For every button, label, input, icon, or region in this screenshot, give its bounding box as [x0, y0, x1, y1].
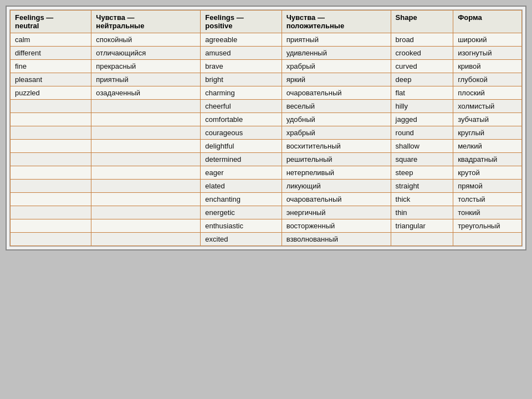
cell-chuvstva-positive: нетерпеливый: [282, 166, 391, 180]
cell-chuvstva-neutral: [91, 193, 201, 206]
cell-forma: плоский: [453, 86, 522, 100]
cell-shape: curved: [391, 60, 453, 73]
cell-feelings-positive: excited: [201, 233, 282, 246]
cell-chuvstva-neutral: [91, 113, 201, 126]
cell-chuvstva-neutral: приятный: [91, 73, 201, 86]
cell-chuvstva-positive: восторженный: [282, 219, 391, 233]
vocabulary-table: Feelings —neutral Чувства —нейтральные F…: [10, 10, 522, 246]
cell-forma: холмистый: [453, 100, 522, 113]
cell-chuvstva-neutral: [91, 100, 201, 113]
cell-chuvstva-neutral: [91, 206, 201, 219]
cell-feelings-neutral: [11, 180, 91, 193]
cell-forma: крутой: [453, 166, 522, 180]
cell-chuvstva-neutral: [91, 219, 201, 233]
header-forma: Форма: [453, 11, 522, 33]
cell-feelings-positive: courageous: [201, 126, 282, 140]
cell-forma: изогнутый: [453, 47, 522, 60]
cell-chuvstva-neutral: прекрасный: [91, 60, 201, 73]
table-row: excitedвзволнованный: [11, 233, 522, 246]
table-row: fineпрекрасныйbraveхрабрыйcurvedкривой: [11, 60, 522, 73]
cell-chuvstva-positive: взволнованный: [282, 233, 391, 246]
cell-chuvstva-neutral: спокойный: [91, 33, 201, 47]
cell-feelings-neutral: [11, 219, 91, 233]
cell-forma: треугольный: [453, 219, 522, 233]
table-row: comfortableудобныйjaggedзубчатый: [11, 113, 522, 126]
table-row: differentотличающийсяamusedудивленныйcro…: [11, 47, 522, 60]
table-row: pleasantприятныйbrightяркийdeepглубокой: [11, 73, 522, 86]
cell-forma: тонкий: [453, 206, 522, 219]
cell-feelings-neutral: [11, 233, 91, 246]
table-container[interactable]: Feelings —neutral Чувства —нейтральные F…: [9, 9, 523, 247]
cell-feelings-neutral: [11, 140, 91, 153]
cell-chuvstva-neutral: [91, 153, 201, 166]
cell-chuvstva-neutral: [91, 166, 201, 180]
cell-shape: broad: [391, 33, 453, 47]
cell-forma: квадратный: [453, 153, 522, 166]
cell-feelings-neutral: puzzled: [11, 86, 91, 100]
cell-feelings-positive: elated: [201, 180, 282, 193]
cell-feelings-positive: bright: [201, 73, 282, 86]
cell-feelings-positive: agreeable: [201, 33, 282, 47]
cell-feelings-neutral: [11, 153, 91, 166]
cell-feelings-positive: charming: [201, 86, 282, 100]
cell-chuvstva-neutral: [91, 233, 201, 246]
cell-chuvstva-positive: приятный: [282, 33, 391, 47]
cell-feelings-neutral: pleasant: [11, 73, 91, 86]
cell-feelings-neutral: different: [11, 47, 91, 60]
cell-chuvstva-positive: веселый: [282, 100, 391, 113]
cell-chuvstva-positive: очаровательный: [282, 193, 391, 206]
cell-forma: кривой: [453, 60, 522, 73]
cell-shape: thick: [391, 193, 453, 206]
cell-chuvstva-positive: яркий: [282, 73, 391, 86]
cell-shape: shallow: [391, 140, 453, 153]
cell-forma: толстый: [453, 193, 522, 206]
header-chuvstva-positive: Чувства —положительные: [282, 11, 391, 33]
cell-forma: зубчатый: [453, 113, 522, 126]
cell-forma: прямой: [453, 180, 522, 193]
cell-feelings-positive: enthusiastic: [201, 219, 282, 233]
cell-feelings-positive: amused: [201, 47, 282, 60]
cell-forma: глубокой: [453, 73, 522, 86]
header-feelings-neutral: Feelings —neutral: [11, 11, 91, 33]
table-row: enchantingочаровательныйthickтолстый: [11, 193, 522, 206]
cell-shape: square: [391, 153, 453, 166]
cell-feelings-neutral: [11, 166, 91, 180]
cell-shape: round: [391, 126, 453, 140]
cell-feelings-neutral: [11, 100, 91, 113]
cell-chuvstva-positive: удобный: [282, 113, 391, 126]
cell-chuvstva-positive: удивленный: [282, 47, 391, 60]
header-chuvstva-neutral: Чувства —нейтральные: [91, 11, 201, 33]
cell-feelings-positive: determined: [201, 153, 282, 166]
cell-feelings-positive: cheerful: [201, 100, 282, 113]
cell-shape: jagged: [391, 113, 453, 126]
table-body: calmспокойныйagreeableприятныйbroadширок…: [11, 33, 522, 246]
cell-feelings-neutral: calm: [11, 33, 91, 47]
cell-chuvstva-neutral: [91, 140, 201, 153]
table-row: enthusiasticвосторженныйtriangularтреуго…: [11, 219, 522, 233]
table-row: elatedликующийstraightпрямой: [11, 180, 522, 193]
cell-feelings-positive: delightful: [201, 140, 282, 153]
table-row: eagerнетерпеливыйsteepкрутой: [11, 166, 522, 180]
cell-chuvstva-neutral: озадаченный: [91, 86, 201, 100]
cell-feelings-neutral: [11, 206, 91, 219]
header-shape: Shape: [391, 11, 453, 33]
table-row: cheerfulвеселыйhillyхолмистый: [11, 100, 522, 113]
cell-shape: hilly: [391, 100, 453, 113]
main-window: Feelings —neutral Чувства —нейтральные F…: [6, 6, 526, 250]
cell-chuvstva-positive: ликующий: [282, 180, 391, 193]
cell-forma: мелкий: [453, 140, 522, 153]
cell-chuvstva-neutral: отличающийся: [91, 47, 201, 60]
cell-shape: steep: [391, 166, 453, 180]
cell-shape: [391, 233, 453, 246]
cell-feelings-neutral: [11, 113, 91, 126]
cell-feelings-positive: eager: [201, 166, 282, 180]
table-row: puzzledозадаченныйcharmingочаровательный…: [11, 86, 522, 100]
cell-chuvstva-positive: храбрый: [282, 60, 391, 73]
cell-chuvstva-positive: очаровательный: [282, 86, 391, 100]
cell-chuvstva-neutral: [91, 180, 201, 193]
table-row: delightfulвосхитительныйshallowмелкий: [11, 140, 522, 153]
table-row: energeticэнергичныйthinтонкий: [11, 206, 522, 219]
cell-feelings-neutral: [11, 193, 91, 206]
cell-shape: triangular: [391, 219, 453, 233]
cell-chuvstva-positive: храбрый: [282, 126, 391, 140]
